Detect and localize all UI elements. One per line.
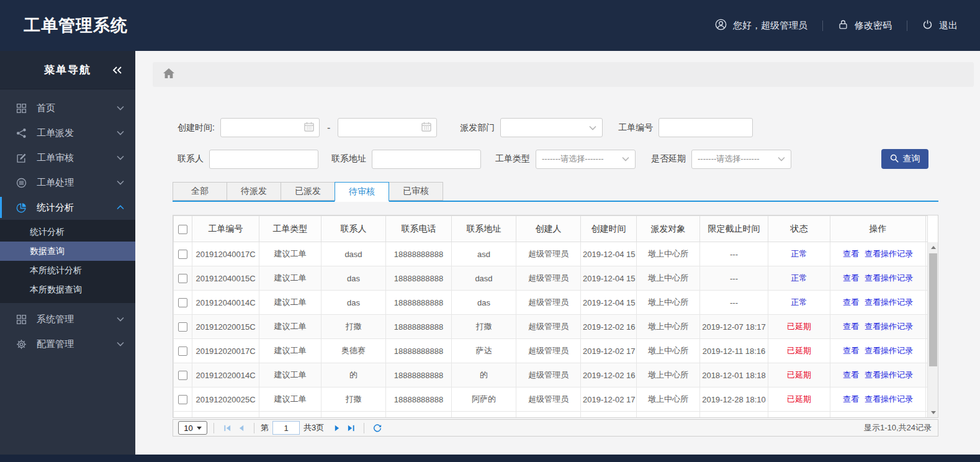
view-link[interactable]: 查看: [843, 394, 859, 404]
sidebar-subitem-本所数据查询[interactable]: 本所数据查询: [0, 280, 135, 299]
status-badge: 已延期: [768, 315, 830, 339]
change-password-button[interactable]: 修改密码: [838, 19, 892, 32]
select-all-checkbox[interactable]: [178, 225, 187, 234]
cell-type: 建议工单: [259, 291, 321, 315]
row-select-cell: [174, 387, 192, 412]
table-row: 201912020017C建议工单奥德赛18888888888萨达超级管理员20…: [174, 339, 928, 363]
view-link[interactable]: 查看: [843, 322, 859, 331]
dispatch-dept-select[interactable]: [500, 118, 603, 137]
address-input[interactable]: [372, 150, 481, 169]
row-checkbox[interactable]: [178, 274, 187, 283]
app-window: 工单管理系统 您好，超级管理员 修改密码 退出 菜单导航: [0, 0, 980, 462]
search-icon: [890, 154, 899, 165]
tab-待派发[interactable]: 待派发: [227, 182, 281, 201]
tab-全部[interactable]: 全部: [173, 182, 227, 201]
logout-button[interactable]: 退出: [922, 19, 958, 32]
tab-已审核[interactable]: 已审核: [389, 182, 443, 201]
sidebar-subitem-本所统计分析[interactable]: 本所统计分析: [0, 261, 135, 280]
tab-已派发[interactable]: 已派发: [281, 182, 335, 201]
sidebar-collapse-button[interactable]: [112, 66, 123, 74]
next-page-button[interactable]: [330, 424, 344, 432]
row-select-cell: [174, 291, 192, 315]
search-button[interactable]: 查询: [881, 149, 928, 169]
cell-phone: 18888888888: [386, 315, 452, 339]
contact-input[interactable]: [209, 150, 318, 169]
cell-created: 2019-12-02 17: [581, 339, 637, 363]
row-checkbox[interactable]: [178, 322, 187, 332]
cell-target: 墩上中心所: [637, 339, 700, 363]
view-link[interactable]: 查看: [843, 273, 859, 283]
last-page-button[interactable]: [344, 424, 357, 432]
vertical-scrollbar[interactable]: [927, 242, 938, 417]
view-link[interactable]: 查看: [843, 346, 859, 355]
sidebar-item-系统管理[interactable]: 系统管理: [0, 307, 135, 332]
cell-address: 萨达: [452, 339, 516, 363]
home-icon[interactable]: [163, 68, 174, 81]
cell-address: asd: [452, 242, 516, 266]
sidebar-item-配置管理[interactable]: 配置管理: [0, 332, 135, 356]
status-badge: 已延期: [768, 339, 830, 363]
scrollbar-thumb[interactable]: [929, 253, 937, 366]
cell-creator: 超级管理员: [516, 339, 581, 363]
page-size-select[interactable]: 10: [178, 421, 207, 435]
cell-empty: [637, 412, 700, 419]
scroll-up-arrow-icon[interactable]: [928, 242, 938, 252]
sidebar-subitem-数据查询[interactable]: 数据查询: [0, 242, 135, 261]
sidebar-item-工单派发[interactable]: 工单派发: [0, 120, 135, 145]
view-link[interactable]: 查看: [843, 249, 859, 258]
cell-deadline: ---: [700, 266, 768, 291]
view-link[interactable]: 查看: [843, 297, 859, 307]
table-row: 201912020014C建议工单的18888888888的超级管理员2019-…: [174, 363, 928, 387]
cell-contact: das: [321, 291, 386, 315]
prev-page-button[interactable]: [234, 424, 248, 432]
row-checkbox[interactable]: [178, 250, 187, 259]
chevron-down-icon: [778, 156, 785, 161]
create-time-start-input[interactable]: [220, 118, 320, 137]
orders-table: 工单编号工单类型联系人联系电话联系地址创建人创建时间派发对象限定截止时间状态操作…: [173, 215, 928, 418]
refresh-button[interactable]: [371, 424, 384, 432]
user-menu[interactable]: 您好，超级管理员: [715, 19, 807, 32]
range-separator: -: [327, 122, 330, 134]
row-checkbox[interactable]: [178, 395, 187, 404]
row-checkbox[interactable]: [178, 346, 187, 356]
sidebar-item-首页[interactable]: 首页: [0, 96, 135, 120]
page-number-input[interactable]: [272, 421, 300, 435]
row-checkbox[interactable]: [178, 371, 187, 380]
view-log-link[interactable]: 查看操作记录: [865, 322, 913, 331]
sidebar-item-统计分析[interactable]: 统计分析: [0, 195, 135, 220]
sidebar-item-工单审核[interactable]: 工单审核: [0, 145, 135, 170]
cell-empty: [321, 412, 386, 419]
view-link[interactable]: 查看: [843, 370, 859, 379]
create-time-end-input[interactable]: [338, 118, 437, 137]
view-log-link[interactable]: 查看操作记录: [865, 370, 913, 379]
order-type-select[interactable]: -------请选择-------: [536, 150, 636, 169]
total-pages: 共3页: [303, 422, 324, 433]
cell-creator: 超级管理员: [516, 315, 581, 339]
status-tabs: 全部待派发已派发待审核已审核: [173, 182, 938, 202]
order-no-input[interactable]: [659, 118, 753, 137]
status-badge: 正常: [768, 291, 830, 315]
view-log-link[interactable]: 查看操作记录: [865, 394, 913, 404]
view-log-link[interactable]: 查看操作记录: [865, 346, 913, 355]
cell-phone: 18888888888: [386, 387, 452, 412]
delay-select[interactable]: -------请选择-------: [691, 150, 791, 169]
row-checkbox[interactable]: [178, 298, 187, 307]
view-log-link[interactable]: 查看操作记录: [865, 273, 913, 283]
sidebar-subitem-统计分析[interactable]: 统计分析: [0, 222, 135, 242]
actions-cell: 查看查看操作记录: [830, 291, 926, 315]
cell-created: 2019-12-02 16: [581, 315, 637, 339]
cell-target: 墩上中心所: [637, 387, 700, 412]
view-log-link[interactable]: 查看操作记录: [865, 297, 913, 307]
view-log-link[interactable]: 查看操作记录: [865, 249, 913, 258]
change-password-label: 修改密码: [855, 20, 892, 32]
cell-contact: 打撒: [321, 387, 386, 412]
column-header: 创建时间: [581, 216, 637, 242]
table-row: 201912020025C建议工单打撒18888888888阿萨的超级管理员20…: [174, 387, 928, 412]
scroll-down-arrow-icon[interactable]: [928, 407, 938, 417]
first-page-button[interactable]: [220, 424, 234, 432]
cell-creator: 超级管理员: [516, 242, 581, 266]
column-header: 限定截止时间: [700, 216, 768, 242]
sidebar-item-工单处理[interactable]: 工单处理: [0, 170, 135, 195]
pagination-bar: 10 第 共3页 显示1-10,共24记录: [173, 419, 938, 437]
tab-待审核[interactable]: 待审核: [335, 182, 389, 202]
